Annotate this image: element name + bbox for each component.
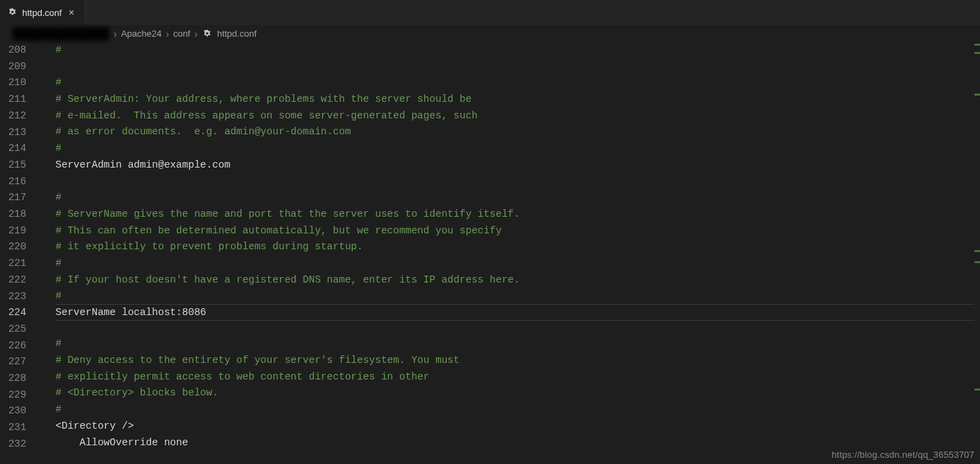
line-number: 218 <box>0 206 29 223</box>
scroll-mark <box>974 93 980 96</box>
code-line[interactable]: # explicitly permit access to web conten… <box>55 369 980 386</box>
gear-icon <box>7 7 18 18</box>
code-line[interactable]: # as error documents. e.g. admin@your-do… <box>55 124 980 141</box>
scroll-mark <box>974 250 980 252</box>
code-line[interactable]: # This can often be determined automatic… <box>55 223 980 240</box>
line-number: 219 <box>0 223 29 240</box>
line-number: 226 <box>0 338 29 355</box>
scroll-mark <box>974 389 980 391</box>
watermark: https://blog.csdn.net/qq_36553707 <box>832 449 974 460</box>
code-line[interactable] <box>55 174 980 190</box>
line-number: 210 <box>0 75 29 91</box>
line-number: 215 <box>0 157 29 174</box>
tab-bar: httpd.conf × <box>0 0 980 25</box>
code-line[interactable]: # <box>55 141 980 157</box>
code-area[interactable]: # ## ServerAdmin: Your address, where pr… <box>43 42 980 464</box>
code-line[interactable]: ServerAdmin admin@example.com <box>55 157 980 174</box>
scrollbar[interactable] <box>974 42 980 464</box>
code-line[interactable]: # ServerAdmin: Your address, where probl… <box>55 91 980 108</box>
line-number: 232 <box>0 436 29 453</box>
line-number: 212 <box>0 108 29 125</box>
line-number: 216 <box>0 174 29 190</box>
code-line[interactable]: # <Directory> blocks below. <box>55 385 980 402</box>
code-line[interactable]: AllowOverride none <box>55 435 980 452</box>
code-line[interactable]: # If your host doesn't have a registered… <box>55 272 980 289</box>
line-number: 217 <box>0 190 29 206</box>
code-line[interactable]: # <box>55 402 980 418</box>
code-line[interactable]: # <box>55 288 980 305</box>
redacted-segment <box>12 27 110 41</box>
code-line[interactable]: # it explicitly to prevent problems duri… <box>55 239 980 256</box>
line-number: 213 <box>0 125 29 141</box>
code-line[interactable]: # ServerName gives the name and port tha… <box>55 206 980 223</box>
line-number: 228 <box>0 371 29 387</box>
tab-filename: httpd.conf <box>22 8 62 18</box>
line-number: 231 <box>0 420 29 436</box>
line-number: 220 <box>0 239 29 256</box>
breadcrumb-segment[interactable]: httpd.conf <box>217 28 256 39</box>
code-line[interactable]: # <box>55 190 980 206</box>
code-line[interactable]: # <box>55 336 980 353</box>
scroll-mark <box>974 52 980 54</box>
line-number: 225 <box>0 321 29 338</box>
gutter: 2082092102112122132142152162172182192202… <box>0 42 43 464</box>
code-line[interactable]: # Deny access to the entirety of your se… <box>55 353 980 369</box>
line-number: 230 <box>0 403 29 420</box>
breadcrumb-segment[interactable]: conf <box>173 28 191 39</box>
code-line[interactable]: <Directory /> <box>55 418 980 435</box>
line-number: 208 <box>0 42 29 59</box>
breadcrumb-segment[interactable]: Apache24 <box>121 28 162 39</box>
line-number: 227 <box>0 354 29 371</box>
line-number: 222 <box>0 272 29 289</box>
chevron-right-icon: › <box>114 28 117 39</box>
scroll-mark <box>974 44 980 46</box>
tab-httpd-conf[interactable]: httpd.conf × <box>0 0 85 25</box>
chevron-right-icon: › <box>194 28 198 39</box>
editor[interactable]: 2082092102112122132142152162172182192202… <box>0 42 980 464</box>
line-number: 223 <box>0 289 29 305</box>
code-line[interactable]: ServerName localhost:8086 <box>55 304 980 321</box>
close-icon[interactable]: × <box>66 7 77 18</box>
line-number: 211 <box>0 91 29 108</box>
line-number: 214 <box>0 141 29 157</box>
chevron-right-icon: › <box>166 28 169 39</box>
code-line[interactable]: # e-mailed. This address appears on some… <box>55 108 980 125</box>
code-line[interactable]: # <box>55 75 980 91</box>
line-number: 224 <box>0 305 29 321</box>
line-number: 229 <box>0 387 29 404</box>
code-line[interactable]: # <box>55 256 980 272</box>
code-line[interactable] <box>55 59 980 75</box>
code-line[interactable]: # <box>55 42 980 59</box>
line-number: 221 <box>0 256 29 272</box>
breadcrumb: › Apache24 › conf › httpd.conf <box>0 25 980 42</box>
scroll-mark <box>974 261 980 263</box>
code-line[interactable] <box>55 320 980 337</box>
line-number: 209 <box>0 59 29 75</box>
gear-icon <box>202 28 213 39</box>
